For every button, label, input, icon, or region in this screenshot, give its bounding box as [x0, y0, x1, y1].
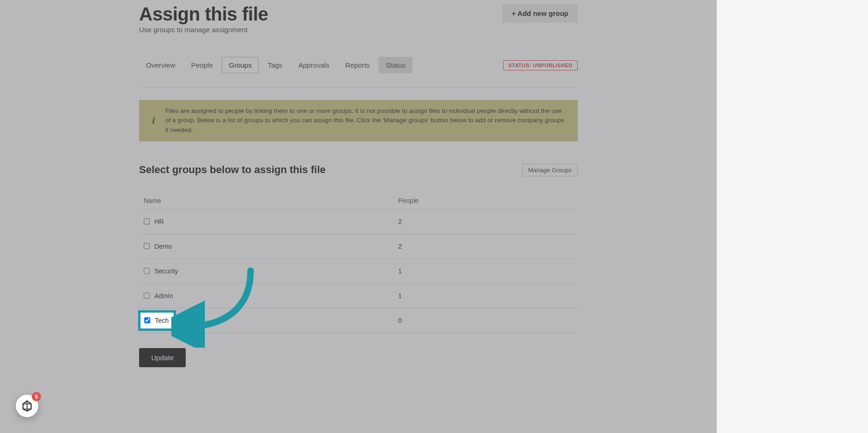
chat-widget[interactable]: 5 [16, 395, 38, 417]
group-name-cell: Tech [139, 308, 393, 333]
group-name-cell: Admin [139, 283, 393, 308]
group-checkbox[interactable] [144, 243, 150, 249]
tab-tags[interactable]: Tags [260, 57, 289, 73]
group-checkbox[interactable] [144, 293, 150, 299]
table-header-row: Name People [139, 192, 578, 210]
tabs: OverviewPeopleGroupsTagsApprovalsReports… [139, 57, 414, 73]
table-header-name: Name [139, 192, 393, 210]
group-checkbox[interactable] [144, 218, 150, 224]
group-name-label: Tech [154, 317, 168, 324]
tab-overview[interactable]: Overview [139, 57, 182, 73]
tabs-row: OverviewPeopleGroupsTagsApprovalsReports… [139, 57, 578, 88]
table-row: Tech0 [139, 308, 578, 333]
status-badge: STATUS: UNPUBLISHED [503, 60, 578, 70]
group-name-cell: Security [139, 258, 393, 283]
page-subtitle: Use groups to manage assignment [139, 26, 268, 34]
info-banner-text: Files are assigned to people by linking … [165, 106, 568, 135]
app-viewport: Assign this file Use groups to manage as… [0, 0, 717, 433]
table-row: Demo2 [139, 234, 578, 258]
header-text-block: Assign this file Use groups to manage as… [139, 4, 268, 34]
tab-status[interactable]: Status [378, 57, 413, 73]
content-wrap: Assign this file Use groups to manage as… [139, 0, 578, 386]
group-name-cell: Demo [139, 234, 393, 258]
group-name-label: Security [154, 267, 178, 275]
group-name-label: HR [154, 218, 164, 225]
tab-groups[interactable]: Groups [222, 57, 259, 73]
group-name-label: Admin [154, 292, 173, 300]
header-row: Assign this file Use groups to manage as… [139, 4, 578, 34]
group-checkbox[interactable] [144, 268, 150, 274]
table-header-people: People [393, 192, 578, 210]
tab-people[interactable]: People [184, 57, 220, 73]
group-people-cell: 1 [393, 258, 578, 283]
group-name-label: Demo [154, 243, 172, 250]
group-people-cell: 1 [393, 283, 578, 308]
group-people-cell: 0 [393, 308, 578, 333]
table-row: Security1 [139, 258, 578, 283]
tab-approvals[interactable]: Approvals [291, 57, 336, 73]
info-banner: i Files are assigned to people by linkin… [139, 100, 578, 141]
add-new-group-button[interactable]: + Add new group [502, 4, 578, 23]
groups-table: Name People HR2Demo2Security1Admin1Tech0 [139, 192, 578, 333]
update-button[interactable]: Update [139, 348, 186, 367]
chat-widget-icon [21, 400, 33, 412]
info-icon: i [148, 114, 157, 126]
manage-groups-button[interactable]: Manage Groups [522, 164, 578, 176]
group-people-cell: 2 [393, 234, 578, 258]
table-row: HR2 [139, 209, 578, 234]
group-checkbox[interactable] [144, 317, 150, 323]
group-people-cell: 2 [393, 209, 578, 234]
page-title: Assign this file [139, 4, 268, 25]
table-row: Admin1 [139, 283, 578, 308]
group-name-cell: HR [139, 209, 393, 234]
tab-reports[interactable]: Reports [338, 57, 377, 73]
chat-widget-badge: 5 [32, 392, 41, 401]
section-title: Select groups below to assign this file [139, 164, 326, 176]
section-row: Select groups below to assign this file … [139, 164, 578, 176]
